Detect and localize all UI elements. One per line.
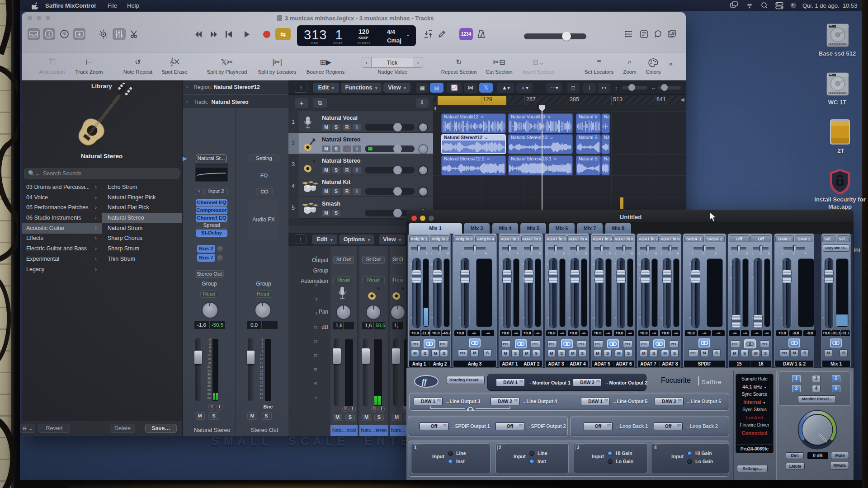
- svg-text:?: ?: [63, 32, 66, 37]
